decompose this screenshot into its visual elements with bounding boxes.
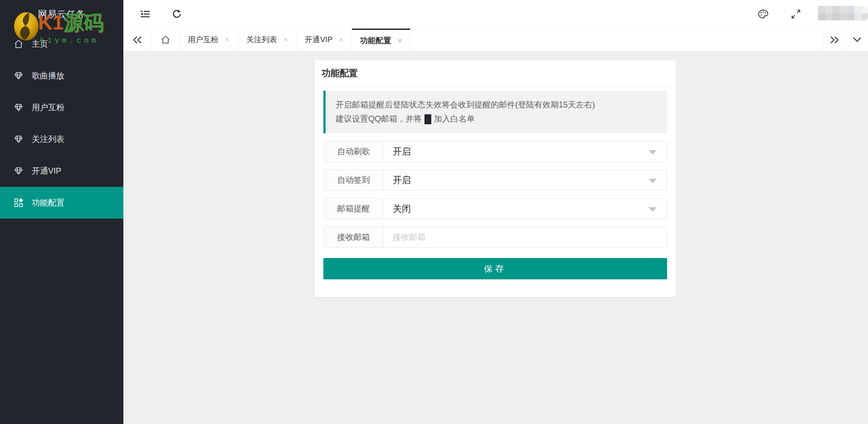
sidebar-item-label: 歌曲播放 <box>32 70 64 81</box>
tab-home[interactable] <box>151 29 180 51</box>
tab-open-vip[interactable]: 开通VIP × <box>297 29 352 51</box>
tab-label: 关注列表 <box>246 34 277 45</box>
tabs-menu-button[interactable] <box>845 29 868 51</box>
apps-icon <box>14 198 24 208</box>
chevron-down-icon <box>853 37 861 42</box>
main-content: 功能配置 开启邮箱提醒后登陆状态失效将会收到提醒的邮件(登陆有效期15天左右) … <box>123 51 868 424</box>
auto-play-select[interactable]: 开启 <box>384 141 667 161</box>
redacted-email-block <box>424 114 431 124</box>
tab-mutual-follow[interactable]: 用户互粉 × <box>180 29 238 51</box>
sidebar-item-label: 主页 <box>32 39 48 49</box>
email-remind-select[interactable]: 关闭 <box>384 199 667 219</box>
home-icon <box>161 35 170 44</box>
app-title: 网易云任务 <box>38 8 86 20</box>
refresh-button[interactable] <box>167 0 187 28</box>
sidebar-item-label: 用户互粉 <box>32 102 64 113</box>
auto-checkin-select[interactable]: 开启 <box>384 170 667 190</box>
tabs-scroll-left-button[interactable] <box>123 29 151 51</box>
notice-line2-suffix: 加入白名单 <box>434 114 475 123</box>
tab-label: 开通VIP <box>305 34 332 45</box>
sidebar-item-follow-list[interactable]: 关注列表 <box>0 123 123 155</box>
diamond-icon <box>14 134 24 144</box>
form-row-receive-email: 接收邮箱 <box>323 227 667 248</box>
notice-box: 开启邮箱提醒后登陆状态失效将会收到提醒的邮件(登陆有效期15天左右) 建议设置Q… <box>323 91 667 133</box>
receive-email-input[interactable] <box>384 227 667 247</box>
save-button[interactable]: 保存 <box>323 258 667 279</box>
app-logo-bar: 网易云任务 <box>0 0 123 28</box>
sidebar: 网易云任务 主页 歌曲播放 用户互粉 <box>0 0 123 424</box>
notice-line2: 建议设置QQ邮箱，并将加入白名单 <box>336 112 657 126</box>
form-row-auto-checkin: 自动签到 开启 <box>323 170 667 190</box>
notice-line1: 开启邮箱提醒后登陆状态失效将会收到提醒的邮件(登陆有效期15天左右) <box>336 98 657 112</box>
form-row-auto-play: 自动刷歌 开启 <box>323 141 667 162</box>
home-icon <box>14 39 24 49</box>
tab-label: 用户互粉 <box>188 34 219 45</box>
field-label: 自动签到 <box>324 170 384 190</box>
sidebar-item-label: 功能配置 <box>32 197 64 208</box>
top-header <box>123 0 868 28</box>
sidebar-item-label: 关注列表 <box>32 134 64 145</box>
fullscreen-icon <box>791 9 801 19</box>
sidebar-item-song-play[interactable]: 歌曲播放 <box>0 60 123 92</box>
tab-function-config[interactable]: 功能配置 × <box>352 29 410 51</box>
theme-button[interactable] <box>753 0 773 28</box>
sidebar-menu: 主页 歌曲播放 用户互粉 关注列表 <box>0 28 123 219</box>
tab-close-icon[interactable]: × <box>397 37 402 44</box>
diamond-icon <box>14 71 24 81</box>
sidebar-item-label: 开通VIP <box>32 166 61 176</box>
tab-label: 功能配置 <box>360 35 391 46</box>
select-value: 开启 <box>393 174 411 186</box>
card-body: 开启邮箱提醒后登陆状态失效将会收到提醒的邮件(登陆有效期15天左右) 建议设置Q… <box>315 86 676 279</box>
double-chevron-right-icon <box>830 36 839 44</box>
tabs-scroll-right-button[interactable] <box>823 29 845 51</box>
select-value: 关闭 <box>393 203 411 215</box>
form-row-email-remind: 邮箱提醒 关闭 <box>323 198 667 219</box>
card-title: 功能配置 <box>315 60 676 86</box>
sidebar-item-open-vip[interactable]: 开通VIP <box>0 155 123 187</box>
outdent-icon <box>140 10 150 19</box>
sidebar-item-mutual-follow[interactable]: 用户互粉 <box>0 92 123 123</box>
field-label: 接收邮箱 <box>324 227 384 247</box>
palette-icon <box>758 9 769 19</box>
select-arrow-icon <box>649 150 657 155</box>
sidebar-item-function-config[interactable]: 功能配置 <box>0 187 123 219</box>
sidebar-item-home[interactable]: 主页 <box>0 28 123 60</box>
refresh-icon <box>172 9 182 19</box>
tab-bar: 用户互粉 × 关注列表 × 开通VIP × 功能配置 × <box>123 28 868 51</box>
select-arrow-icon <box>649 207 657 212</box>
double-chevron-left-icon <box>133 36 142 44</box>
select-arrow-icon <box>649 179 657 183</box>
fullscreen-button[interactable] <box>786 0 806 28</box>
tab-bar-spacer <box>410 29 823 51</box>
function-config-card: 功能配置 开启邮箱提醒后登陆状态失效将会收到提醒的邮件(登陆有效期15天左右) … <box>315 60 676 297</box>
notice-line2-prefix: 建议设置QQ邮箱，并将 <box>336 114 422 123</box>
field-label: 自动刷歌 <box>324 141 384 161</box>
select-value: 开启 <box>393 146 411 158</box>
diamond-icon <box>14 102 24 112</box>
tab-follow-list[interactable]: 关注列表 × <box>238 29 297 51</box>
collapse-sidebar-button[interactable] <box>135 0 155 28</box>
diamond-icon <box>14 166 24 176</box>
tab-close-icon[interactable]: × <box>339 36 343 44</box>
censored-user-info <box>818 6 868 20</box>
field-label: 邮箱提醒 <box>324 199 384 219</box>
tab-close-icon[interactable]: × <box>283 36 288 44</box>
tab-close-icon[interactable]: × <box>225 36 229 44</box>
